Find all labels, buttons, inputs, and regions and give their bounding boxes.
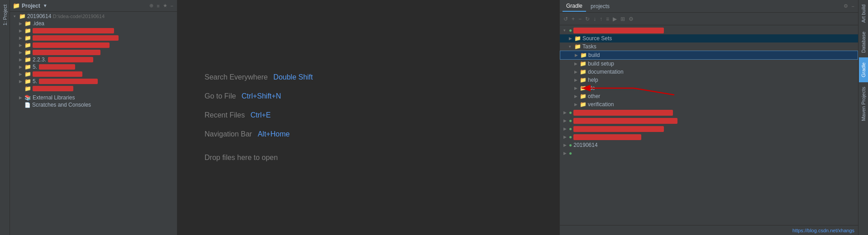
locate-icon[interactable]: ⊕ — [148, 2, 154, 9]
gradle-ide-item[interactable]: ▶ 📁 ide — [560, 84, 858, 92]
project-item-4[interactable]: ▶ 📁 — [10, 42, 177, 49]
shortcut-recent: Recent Files Ctrl+E — [205, 111, 271, 119]
collapse-icon[interactable]: ≡ — [156, 3, 160, 9]
reimport-icon[interactable]: ↻ — [584, 15, 591, 23]
redbar-223 — [48, 57, 93, 62]
folder-icon-7: 📁 — [24, 85, 31, 92]
right-side-tabs: Art build Database Gradle Maven Projects — [858, 0, 868, 235]
gradle-help-item[interactable]: ▶ 📁 help — [560, 76, 858, 84]
middle-area: Search Everywhere Double Shift Go to Fil… — [177, 0, 559, 235]
expand-arrow: ▾ — [14, 14, 18, 19]
gradle-root-6[interactable]: ▶ ● 20190614 — [560, 141, 858, 149]
gradle-settings-icon[interactable]: ⚙ — [843, 3, 849, 9]
folder-icon-4: 📁 — [24, 42, 31, 48]
gradle-green-icon-3: ● — [569, 118, 572, 124]
external-libraries-item[interactable]: ▶ 📚 External Libraries — [10, 94, 177, 101]
gradle-side-tab[interactable]: Gradle — [859, 57, 868, 82]
project-item-7[interactable]: 📁 — [10, 85, 177, 92]
gradle-other-label: other — [588, 93, 600, 99]
gradle-root-1[interactable]: ▾ ● — [560, 26, 858, 34]
shortcut-search: Search Everywhere Double Shift — [205, 73, 313, 81]
expand-all-icon[interactable]: ↓ — [592, 15, 597, 23]
panel-header-left: 📁 Project ▼ — [13, 2, 48, 9]
gradle-root-2[interactable]: ▶ ● — [560, 108, 858, 117]
project-item-5c[interactable]: ▶ 📁 5. — [10, 78, 177, 85]
folder-icon-small: 📁 — [13, 2, 20, 9]
gradle-hide-icon[interactable]: − — [851, 3, 855, 9]
run-icon[interactable]: ▶ — [612, 15, 618, 23]
gradle-tasks-icon: 📁 — [574, 43, 581, 50]
gradle-tab-projects[interactable]: projects — [587, 1, 613, 11]
gradle-redbar-root2 — [573, 110, 673, 116]
toggle-icon[interactable]: ⚙ — [628, 15, 634, 23]
gradle-build-item[interactable]: ▶ 📁 build — [560, 51, 858, 60]
maven-tab[interactable]: Maven Projects — [859, 82, 868, 126]
project-panel: 📁 Project ▼ ⊕ ≡ ★ − ▾ 📁 20190614 D:\idea… — [10, 0, 177, 235]
art-build-tab[interactable]: Art build — [859, 0, 868, 27]
project-item-223[interactable]: ▶ 📁 2.2.3. — [10, 56, 177, 63]
gradle-sourcesets-label: Source Sets — [582, 35, 612, 42]
gradle-verification-item[interactable]: ▶ 📁 verification — [560, 100, 858, 108]
project-item-5[interactable]: ▶ 📁 — [10, 49, 177, 56]
add-icon[interactable]: + — [571, 15, 576, 23]
gradle-green-icon-1: ● — [569, 27, 572, 33]
expand-arrow-ext: ▶ — [19, 95, 24, 100]
gradle-root6-label: 20190614 — [573, 142, 597, 148]
gradle-expand-root6: ▶ — [563, 143, 568, 147]
refresh-icon[interactable]: ↺ — [563, 15, 569, 23]
gradle-other-item[interactable]: ▶ 📁 other — [560, 92, 858, 100]
group-icon[interactable]: ≡ — [605, 15, 610, 23]
dropdown-arrow-icon[interactable]: ▼ — [43, 3, 48, 8]
go-to-file-label: Go to File — [205, 92, 236, 100]
gradle-verify-icon: 📁 — [580, 101, 587, 108]
gradle-expand-root3: ▶ — [563, 118, 568, 123]
gradle-status-bar: https://blog.csdn.net/xhangs — [560, 225, 858, 235]
gradle-tree: ▾ ● ▶ 📁 Source Sets ▾ 📁 Tasks ▶ 📁 build … — [560, 25, 858, 225]
gradle-build-icon: 📁 — [580, 52, 587, 58]
project-item-2[interactable]: ▶ 📁 — [10, 27, 177, 34]
project-item-3[interactable]: ▶ 📁 — [10, 34, 177, 42]
redbar-label-3 — [33, 35, 119, 41]
gradle-tasks-label: Tasks — [582, 43, 596, 50]
folder-icon-223: 📁 — [24, 56, 31, 63]
debug-icon[interactable]: ⊞ — [620, 15, 626, 23]
project-root-item[interactable]: ▾ 📁 20190614 D:\idea-code\20190614 — [10, 13, 177, 20]
expand-arrow-5c: ▶ — [19, 79, 24, 84]
gradle-redbar-root3 — [573, 118, 677, 124]
project-tree: ▾ 📁 20190614 D:\idea-code\20190614 ▶ 📁 .… — [10, 12, 177, 235]
gradle-buildsetup-item[interactable]: ▶ 📁 build setup — [560, 60, 858, 68]
settings-icon[interactable]: ★ — [162, 2, 168, 9]
panel-title: Project — [22, 3, 40, 9]
scratches-item[interactable]: 📄 Scratches and Consoles — [10, 101, 177, 108]
gradle-redbar-root5 — [573, 134, 641, 140]
idea-folder-item[interactable]: ▶ 📁 .idea — [10, 20, 177, 27]
gradle-build-label: build — [588, 52, 600, 58]
gradle-url-label[interactable]: https://blog.csdn.net/xhangs — [792, 228, 854, 233]
gradle-root-3[interactable]: ▶ ● — [560, 117, 858, 125]
gradle-documentation-item[interactable]: ▶ 📁 documentation — [560, 68, 858, 76]
database-tab[interactable]: Database — [859, 27, 868, 57]
gradle-redbar-root1 — [573, 28, 664, 33]
redbar-6 — [33, 71, 82, 77]
gradle-sourcesets-icon: 📁 — [574, 35, 581, 42]
gradle-expand-root5: ▶ — [563, 135, 568, 139]
project-item-5b[interactable]: ▶ 📁 5. — [10, 63, 177, 70]
gradle-sourcesets-item[interactable]: ▶ 📁 Source Sets — [560, 34, 858, 42]
folder-icon-5b: 📁 — [24, 64, 31, 70]
collapse-all-icon[interactable]: ↑ — [599, 15, 603, 23]
drop-files-text: Drop files here to open — [205, 154, 278, 162]
gradle-expand-build: ▶ — [575, 53, 579, 57]
project-tab[interactable]: 1: Project — [1, 0, 9, 30]
go-to-file-key: Ctrl+Shift+N — [242, 92, 281, 100]
gradle-tasks-item[interactable]: ▾ 📁 Tasks — [560, 42, 858, 51]
project-item-6[interactable]: ▶ 📁 — [10, 70, 177, 78]
folder-icon-5: 📁 — [24, 49, 31, 56]
idea-folder-icon: 📁 — [24, 20, 31, 27]
gradle-root-4[interactable]: ▶ ● — [560, 125, 858, 133]
panel-header-icons: ⊕ ≡ ★ − — [148, 2, 174, 9]
gradle-tab-gradle[interactable]: Gradle — [563, 1, 586, 12]
gradle-root-7[interactable]: ▶ ● — [560, 149, 858, 157]
gradle-root-5[interactable]: ▶ ● — [560, 133, 858, 141]
hide-icon[interactable]: − — [170, 3, 174, 9]
remove-icon[interactable]: − — [577, 15, 582, 23]
